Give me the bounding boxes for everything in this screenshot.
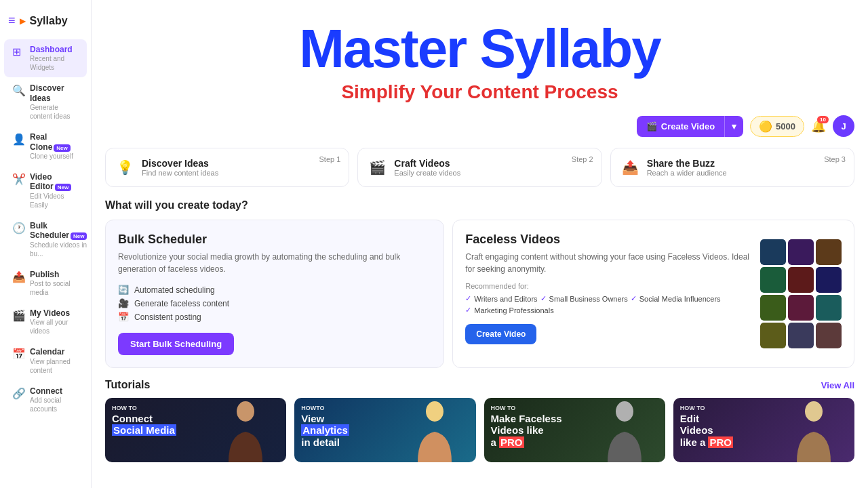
check-icon: ✓: [631, 294, 637, 303]
view-all-button[interactable]: View All: [821, 380, 854, 390]
step-card-step3[interactable]: 📤 Share the Buzz Reach a wider audience …: [610, 148, 854, 187]
avatar[interactable]: J: [833, 115, 854, 137]
coins-badge: 🟡 5000: [750, 116, 804, 137]
dashboard-icon: ⊞: [12, 45, 24, 58]
step-badge-step3: Step 3: [824, 155, 846, 163]
sidebar-sublabel-publish: Post to social media: [30, 279, 79, 297]
sidebar-sublabel-calendar: View planned content: [30, 357, 79, 375]
tutorial-card-tut2[interactable]: HOWTO ViewAnalyticsin detail: [294, 398, 475, 462]
tutorial-card-tut4[interactable]: HOW TO EditVideoslike a PRO: [673, 398, 854, 462]
start-bulk-scheduling-button[interactable]: Start Bulk Scheduling: [118, 333, 234, 355]
tag-text: Marketing Professionals: [474, 306, 553, 314]
tutorials-title: Tutorials: [105, 379, 150, 391]
hero-section: Master Syllaby Simplify Your Content Pro…: [92, 0, 868, 110]
step-title-step1: Discover Ideas: [142, 158, 218, 169]
sidebar-label-videoeditor: Video EditorNew: [30, 172, 79, 192]
badge-new: New: [54, 144, 70, 152]
svg-point-3: [805, 401, 823, 422]
bulk-feature-icon: 🔄: [118, 285, 129, 295]
person-silhouette: [414, 398, 455, 462]
sidebar-item-myvideos[interactable]: 🎬 My Videos View all your videos: [4, 303, 87, 341]
tutorial-card-tut3[interactable]: HOW TO Make FacelessVideos likea PRO: [484, 398, 665, 462]
faceless-videos-card: Faceless Videos Craft engaging content w…: [452, 220, 854, 368]
tutorial-thumb: HOWTO ViewAnalyticsin detail: [294, 398, 475, 462]
faceless-image: [816, 295, 842, 321]
sidebar-item-connect[interactable]: 🔗 Connect Add social accounts: [4, 381, 87, 419]
sidebar-sublabel-realclone: Clone yourself: [30, 152, 79, 161]
step2-icon: 🎬: [369, 159, 386, 176]
faceless-title: Faceless Videos: [465, 232, 752, 247]
coin-icon: 🟡: [759, 120, 772, 133]
tag-text: Social Media Influencers: [639, 295, 721, 303]
coins-value: 5000: [776, 121, 795, 131]
check-icon: ✓: [540, 294, 547, 303]
tutorial-thumb: HOW TO ConnectSocial Media: [105, 398, 286, 462]
notifications-button[interactable]: 🔔 10: [811, 119, 826, 134]
bulk-feature-item: 📅Consistent posting: [118, 312, 431, 322]
faceless-tags: ✓Writers and Editors✓Small Business Owne…: [465, 294, 752, 314]
check-icon: ✓: [465, 306, 471, 314]
myvideos-icon: 🎬: [12, 309, 24, 322]
faceless-image: [788, 323, 814, 348]
bulk-feature-text: Generate faceless content: [134, 299, 229, 308]
hero-title: Master Syllaby: [105, 20, 854, 77]
faceless-image: [788, 295, 814, 321]
step-cards: 💡 Discover Ideas Find new content ideas …: [92, 142, 868, 192]
step-card-step2[interactable]: 🎬 Craft Videos Easily create videos Step…: [357, 148, 601, 187]
sidebar-item-bulkscheduler[interactable]: 🕐 Bulk SchedulerNew Schedule videos in b…: [4, 216, 87, 264]
notif-count: 10: [817, 116, 829, 123]
step-sub-step1: Find new content ideas: [142, 169, 218, 177]
chevron-down-icon[interactable]: ▾: [724, 116, 743, 137]
tag-text: Writers and Editors: [474, 295, 537, 303]
person-silhouette: [604, 398, 645, 462]
step-badge-step1: Step 1: [319, 155, 341, 163]
sidebar-label-bulkscheduler: Bulk SchedulerNew: [30, 221, 87, 241]
bulk-feature-icon: 🎥: [118, 298, 129, 308]
sidebar-item-publish[interactable]: 📤 Publish Post to social media: [4, 264, 87, 302]
tutorial-cards: HOW TO ConnectSocial Media HOWTO ViewAna…: [105, 398, 854, 462]
sidebar-item-dashboard[interactable]: ⊞ Dashboard Recent and Widgets: [4, 39, 87, 77]
sidebar-item-calendar[interactable]: 📅 Calendar View planned content: [4, 342, 87, 380]
sidebar-sublabel-myvideos: View all your videos: [30, 318, 79, 336]
faceless-image: [760, 323, 786, 348]
bulk-feature-icon: 📅: [118, 312, 129, 322]
sidebar-sublabel-dashboard: Recent and Widgets: [30, 54, 79, 72]
faceless-image: [760, 295, 786, 321]
sidebar-sublabel-videoeditor: Edit Videos Easily: [30, 192, 79, 209]
bulk-scheduler-card: Bulk Scheduler Revolutionize your social…: [105, 220, 444, 368]
sidebar-sublabel-discover: Generate content ideas: [30, 103, 79, 121]
sidebar-item-videoeditor[interactable]: ✂️ Video EditorNew Edit Videos Easily: [4, 167, 87, 215]
tutorial-person: [773, 398, 854, 462]
bulk-features: 🔄Automated scheduling🎥Generate faceless …: [118, 285, 431, 322]
hero-subtitle: Simplify Your Content Process: [105, 81, 854, 103]
faceless-image: [760, 267, 786, 293]
logo-text: Syllaby: [30, 15, 68, 27]
sidebar-item-realclone[interactable]: 👤 Real CloneNew Clone yourself: [4, 127, 87, 166]
step-sub-step2: Easily create videos: [394, 169, 460, 177]
step-card-step1[interactable]: 💡 Discover Ideas Find new content ideas …: [105, 148, 349, 187]
app-logo[interactable]: ≡ ▶ Syllaby: [0, 8, 91, 39]
connect-icon: 🔗: [12, 387, 24, 400]
step-title-step2: Craft Videos: [394, 158, 460, 169]
check-icon: ✓: [465, 294, 471, 303]
tutorial-card-tut1[interactable]: HOW TO ConnectSocial Media: [105, 398, 286, 462]
create-video-button[interactable]: 🎬 Create Video ▾: [637, 116, 743, 137]
tutorial-person: [205, 398, 286, 462]
tutorials-header: Tutorials View All: [105, 379, 854, 391]
bulk-feature-text: Consistent posting: [134, 312, 201, 322]
bulk-desc: Revolutionize your social media growth b…: [118, 251, 431, 275]
create-video-label: Create Video: [661, 121, 715, 131]
step3-icon: 📤: [622, 159, 639, 176]
sidebar-label-connect: Connect: [30, 386, 79, 396]
sidebar-label-myvideos: My Videos: [30, 308, 79, 318]
sidebar-label-calendar: Calendar: [30, 347, 79, 357]
section-question: What will you create today?: [105, 199, 854, 211]
create-video-button-2[interactable]: Create Video: [465, 324, 536, 344]
create-video-btn-main: 🎬 Create Video: [637, 116, 724, 137]
sidebar-label-discover: Discover Ideas: [30, 83, 79, 103]
sidebar-item-discover[interactable]: 🔍 Discover Ideas Generate content ideas: [4, 78, 87, 126]
tutorial-person: [584, 398, 665, 462]
faceless-desc: Craft engaging content without showing y…: [465, 251, 752, 275]
faceless-image: [816, 239, 842, 265]
faceless-image: [760, 239, 786, 265]
